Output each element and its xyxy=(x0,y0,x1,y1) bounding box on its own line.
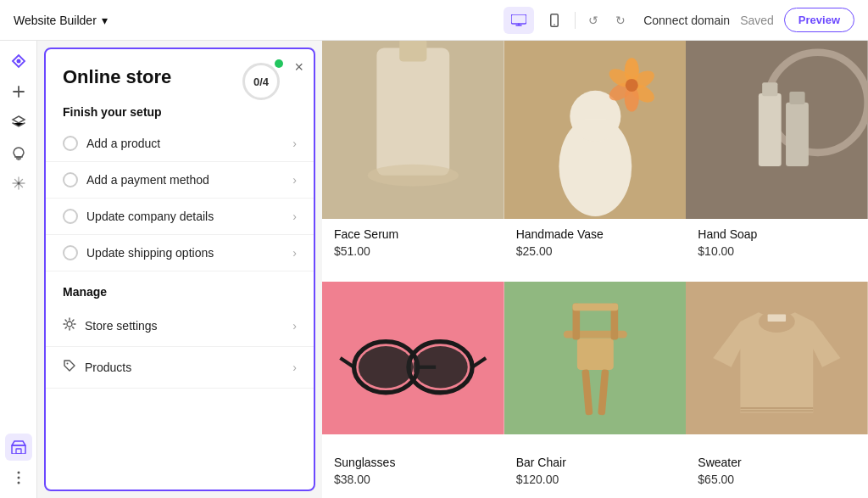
setup-items-list: Add a product › Add a payment method › U… xyxy=(46,126,314,271)
product-info-hand-soap: Hand Soap $10.00 xyxy=(686,219,868,270)
add-icon-btn[interactable] xyxy=(5,78,32,105)
product-info-sweater: Sweater $65.00 xyxy=(686,447,868,498)
check-circle-add-product xyxy=(63,136,78,151)
svg-point-10 xyxy=(67,322,72,327)
chevron-store-settings: › xyxy=(292,319,297,333)
setup-item-shipping[interactable]: Update shipping options › xyxy=(46,235,314,271)
svg-rect-46 xyxy=(572,304,618,311)
panel-close-button[interactable]: × xyxy=(294,59,303,75)
product-card-face-serum[interactable]: Face Serum $51.00 xyxy=(322,41,504,270)
manage-items-list: Store settings › Products › xyxy=(46,305,314,389)
saved-status: Saved xyxy=(740,14,774,27)
product-price-bar-chair: $120.00 xyxy=(516,473,675,486)
product-image-sunglasses xyxy=(322,270,504,448)
layers-icon-btn[interactable] xyxy=(5,109,32,136)
product-card-hand-soap[interactable]: Hand Soap $10.00 xyxy=(686,41,868,270)
progress-dot xyxy=(275,59,283,68)
product-info-bar-chair: Bar Chair $120.00 xyxy=(504,447,687,498)
check-circle-company xyxy=(63,209,78,224)
svg-point-8 xyxy=(17,477,19,479)
svg-rect-31 xyxy=(786,103,809,166)
products-label: Products xyxy=(85,361,284,374)
mobile-view-button[interactable] xyxy=(539,7,570,34)
svg-point-9 xyxy=(17,482,19,484)
product-card-sunglasses[interactable]: Sunglasses $38.00 xyxy=(322,270,504,499)
product-card-sweater[interactable]: Sweater $65.00 xyxy=(686,270,868,499)
undo-button[interactable]: ↺ xyxy=(581,8,606,33)
product-price-hand-soap: $10.00 xyxy=(698,244,856,258)
brand-name: Website Builder xyxy=(14,14,97,27)
svg-point-27 xyxy=(625,79,637,92)
divider xyxy=(575,12,576,29)
setup-item-shipping-label: Update shipping options xyxy=(86,246,284,260)
product-price-sweater: $65.00 xyxy=(698,473,856,486)
setup-item-add-product-label: Add a product xyxy=(86,137,284,150)
device-toggle: ↺ ↻ xyxy=(504,7,633,34)
manage-item-products[interactable]: Products › xyxy=(46,347,314,389)
settings-icon xyxy=(63,317,76,334)
product-image-hand-soap xyxy=(686,41,868,219)
store-icon-btn[interactable] xyxy=(5,434,32,461)
svg-point-11 xyxy=(67,363,69,365)
desktop-view-button[interactable] xyxy=(504,7,534,34)
topbar: Website Builder ▾ ↺ ↻ Connect domain Sav… xyxy=(0,0,868,41)
manage-item-store-settings[interactable]: Store settings › xyxy=(46,305,314,347)
product-info-sunglasses: Sunglasses $38.00 xyxy=(322,447,504,498)
progress-badge: 0/4 xyxy=(242,63,280,100)
svg-rect-15 xyxy=(399,41,426,61)
check-circle-shipping xyxy=(63,245,78,260)
chevron-payment: › xyxy=(292,173,297,187)
sparkle-icon-btn[interactable] xyxy=(5,170,32,197)
product-image-bar-chair xyxy=(504,270,687,448)
svg-rect-0 xyxy=(511,14,526,24)
store-settings-label: Store settings xyxy=(85,319,284,333)
more-icon-btn[interactable] xyxy=(5,464,32,491)
main-area: × 0/4 Online store Finish your setup Add… xyxy=(0,41,868,498)
svg-rect-5 xyxy=(12,445,25,454)
svg-rect-19 xyxy=(584,104,606,119)
svg-rect-6 xyxy=(16,449,21,454)
finish-setup-label: Finish your setup xyxy=(46,92,314,126)
product-card-handmade-vase[interactable]: Handmade Vase $25.00 xyxy=(504,41,687,270)
svg-rect-51 xyxy=(768,315,786,322)
manage-label: Manage xyxy=(46,271,314,305)
setup-item-company[interactable]: Update company details › xyxy=(46,199,314,235)
undo-redo-group: ↺ ↻ xyxy=(581,8,633,33)
setup-item-payment-label: Add a payment method xyxy=(86,173,284,187)
svg-point-14 xyxy=(368,165,459,187)
svg-rect-41 xyxy=(577,339,614,371)
svg-rect-33 xyxy=(790,92,805,104)
paint-icon-btn[interactable] xyxy=(5,139,32,166)
brand-chevron: ▾ xyxy=(102,14,108,27)
logo-icon-btn[interactable] xyxy=(5,48,32,75)
product-grid: Face Serum $51.00 xyxy=(322,41,868,498)
chevron-add-product: › xyxy=(292,137,297,150)
check-circle-payment xyxy=(63,172,78,187)
product-info-handmade-vase: Handmade Vase $25.00 xyxy=(504,219,687,270)
product-image-sweater xyxy=(686,270,868,448)
svg-point-7 xyxy=(17,472,19,474)
product-name-handmade-vase: Handmade Vase xyxy=(516,227,675,241)
setup-item-add-product[interactable]: Add a product › xyxy=(46,126,314,162)
product-price-sunglasses: $38.00 xyxy=(334,473,492,486)
redo-button[interactable]: ↻ xyxy=(608,8,633,33)
preview-button[interactable]: Preview xyxy=(784,8,854,32)
product-name-sweater: Sweater xyxy=(698,456,856,469)
product-name-sunglasses: Sunglasses xyxy=(334,456,492,469)
svg-point-38 xyxy=(413,346,467,388)
svg-rect-13 xyxy=(376,48,449,175)
tag-icon xyxy=(63,359,76,376)
chevron-company: › xyxy=(292,210,297,223)
product-image-face-serum xyxy=(322,41,504,219)
svg-point-2 xyxy=(554,24,555,25)
brand-area[interactable]: Website Builder ▾ xyxy=(14,14,108,27)
svg-point-3 xyxy=(16,59,20,64)
connect-domain-link[interactable]: Connect domain xyxy=(643,14,730,27)
product-info-face-serum: Face Serum $51.00 xyxy=(322,219,504,270)
product-price-handmade-vase: $25.00 xyxy=(516,244,675,258)
product-price-face-serum: $51.00 xyxy=(334,244,492,258)
chevron-shipping: › xyxy=(292,246,297,260)
product-card-bar-chair[interactable]: Bar Chair $120.00 xyxy=(504,270,687,499)
svg-rect-32 xyxy=(762,82,777,96)
setup-item-payment[interactable]: Add a payment method › xyxy=(46,162,314,199)
